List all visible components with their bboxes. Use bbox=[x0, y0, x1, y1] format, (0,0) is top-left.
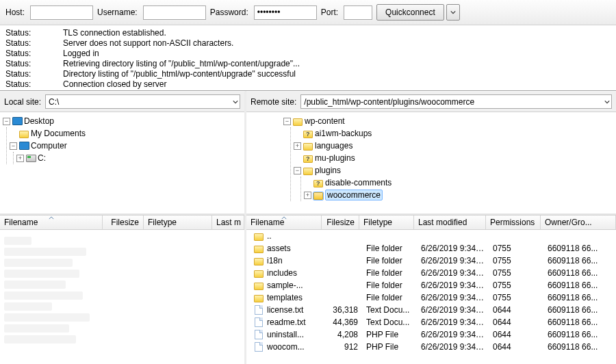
local-site-label: Local site: bbox=[4, 97, 41, 107]
col-lastmod[interactable]: Last m bbox=[212, 216, 244, 229]
password-label: Password: bbox=[210, 8, 248, 17]
log-msg: Logged in bbox=[63, 49, 99, 59]
file-modified: 6/26/2019 9:34:... bbox=[417, 342, 489, 352]
log-line: Status:Directory listing of "/public_htm… bbox=[5, 69, 611, 79]
quickconnect-bar: Host: Username: Password: Port: Quickcon… bbox=[0, 0, 616, 25]
tree-item[interactable]: My Documents bbox=[31, 129, 86, 138]
local-path: C:\ bbox=[49, 97, 59, 107]
expander[interactable]: + bbox=[304, 192, 311, 199]
col-owner[interactable]: Owner/Gro... bbox=[541, 216, 616, 229]
folder-icon bbox=[254, 246, 264, 253]
tree-item[interactable]: ai1wm-backups bbox=[315, 129, 372, 138]
log-msg: Server does not support non-ASCII charac… bbox=[63, 38, 233, 49]
quickconnect-history-button[interactable] bbox=[446, 4, 460, 21]
local-pane: Local site: C:\ −Desktop My Documents −C… bbox=[0, 91, 246, 364]
remote-file-header[interactable]: Filename Filesize Filetype Last modified… bbox=[246, 215, 616, 230]
local-tree[interactable]: −Desktop My Documents −Computer +C: bbox=[0, 112, 244, 215]
password-input[interactable] bbox=[254, 5, 317, 20]
file-name: templates bbox=[267, 293, 303, 302]
expander[interactable]: + bbox=[16, 155, 24, 162]
folder-icon bbox=[293, 118, 303, 126]
file-icon bbox=[255, 330, 263, 339]
drive-icon bbox=[26, 155, 36, 162]
file-type: Text Docu... bbox=[362, 305, 417, 315]
expander[interactable]: − bbox=[3, 118, 10, 125]
host-input[interactable] bbox=[30, 5, 93, 20]
file-type: File folder bbox=[362, 256, 417, 265]
log-line: Status:Connection closed by server bbox=[5, 79, 611, 90]
file-modified: 6/26/2019 9:34:... bbox=[417, 268, 489, 278]
file-name: uninstall... bbox=[267, 330, 304, 339]
file-row[interactable]: sample-...File folder6/26/2019 9:34:...0… bbox=[246, 279, 616, 291]
file-type: Text Docu... bbox=[362, 317, 417, 327]
chevron-down-icon bbox=[233, 99, 238, 105]
file-type: File folder bbox=[362, 268, 417, 278]
col-filetype[interactable]: Filetype bbox=[144, 216, 212, 229]
col-filesize[interactable]: Filesize bbox=[322, 216, 359, 229]
file-modified: 6/26/2019 9:34:... bbox=[417, 305, 489, 315]
tree-item[interactable]: languages bbox=[315, 141, 352, 151]
file-permissions: 0644 bbox=[489, 342, 543, 352]
remote-tree[interactable]: −wp-content ai1wm-backups +languages mu-… bbox=[246, 112, 616, 215]
file-owner: 6609118 66... bbox=[543, 268, 613, 278]
tree-item[interactable]: wp-content bbox=[305, 116, 345, 126]
username-input[interactable] bbox=[143, 5, 206, 20]
expander[interactable]: − bbox=[294, 167, 301, 174]
col-permissions[interactable]: Permissions bbox=[486, 216, 541, 229]
file-row[interactable]: uninstall...4,208PHP File6/26/2019 9:34:… bbox=[246, 328, 616, 341]
local-file-list[interactable] bbox=[0, 230, 244, 364]
col-lastmod[interactable]: Last modified bbox=[414, 216, 486, 229]
expander[interactable]: − bbox=[10, 142, 17, 150]
local-file-header[interactable]: Filename Filesize Filetype Last m bbox=[0, 215, 244, 230]
sort-asc-icon bbox=[49, 216, 54, 220]
col-filename[interactable]: Filename bbox=[246, 216, 322, 229]
tree-item[interactable]: plugins bbox=[315, 166, 341, 175]
file-row[interactable]: license.txt36,318Text Docu...6/26/2019 9… bbox=[246, 304, 616, 316]
tree-item[interactable]: C: bbox=[38, 153, 46, 163]
remote-path: /public_html/wp-content/plugins/woocomme… bbox=[304, 97, 474, 107]
local-path-combo[interactable]: C:\ bbox=[45, 94, 240, 109]
file-modified: 6/26/2019 9:34:... bbox=[417, 317, 489, 327]
file-icon bbox=[255, 317, 263, 327]
file-modified: 6/26/2019 9:34:... bbox=[417, 244, 489, 253]
chevron-down-icon bbox=[450, 10, 456, 15]
sort-asc-icon bbox=[281, 216, 287, 220]
file-owner: 6609118 66... bbox=[543, 293, 613, 302]
file-name: readme.txt bbox=[267, 317, 306, 327]
log-line: Status:Server does not support non-ASCII… bbox=[5, 38, 611, 49]
file-row[interactable]: woocom...912PHP File6/26/2019 9:34:...06… bbox=[246, 341, 616, 353]
remote-file-list[interactable]: .. assetsFile folder6/26/2019 9:34:...07… bbox=[246, 230, 616, 364]
message-log[interactable]: Status:TLS connection established.Status… bbox=[0, 25, 616, 91]
log-key: Status: bbox=[5, 49, 59, 59]
tree-item[interactable]: Computer bbox=[31, 141, 67, 151]
file-owner: 6609118 66... bbox=[543, 342, 613, 352]
remote-site-label: Remote site: bbox=[251, 97, 296, 107]
file-row[interactable]: templatesFile folder6/26/2019 9:34:...07… bbox=[246, 291, 616, 304]
log-msg: Connection closed by server bbox=[63, 79, 166, 90]
col-filename[interactable]: Filename bbox=[0, 216, 103, 229]
file-type: PHP File bbox=[362, 330, 417, 339]
file-icon bbox=[255, 342, 263, 352]
file-row[interactable]: i18nFile folder6/26/2019 9:34:...0755660… bbox=[246, 255, 616, 267]
file-row[interactable]: includesFile folder6/26/2019 9:34:...075… bbox=[246, 267, 616, 279]
remote-path-combo[interactable]: /public_html/wp-content/plugins/woocomme… bbox=[300, 94, 612, 109]
tree-item-selected[interactable]: woocommerce bbox=[325, 190, 383, 200]
tree-item[interactable]: Desktop bbox=[24, 116, 54, 126]
file-size: 44,369 bbox=[324, 317, 362, 327]
tree-item[interactable]: disable-comments bbox=[325, 178, 392, 187]
port-input[interactable] bbox=[344, 5, 372, 20]
file-permissions: 0755 bbox=[489, 256, 543, 265]
file-type: File folder bbox=[362, 281, 417, 290]
file-icon bbox=[255, 305, 263, 315]
col-filesize[interactable]: Filesize bbox=[103, 216, 144, 229]
file-row-updir[interactable]: .. bbox=[246, 230, 616, 242]
file-type: File folder bbox=[362, 293, 417, 302]
expander[interactable]: − bbox=[283, 118, 291, 125]
quickconnect-button[interactable]: Quickconnect bbox=[376, 4, 444, 21]
log-msg: TLS connection established. bbox=[63, 28, 166, 38]
tree-item[interactable]: mu-plugins bbox=[315, 153, 355, 163]
expander[interactable]: + bbox=[294, 142, 301, 150]
file-row[interactable]: assetsFile folder6/26/2019 9:34:...07556… bbox=[246, 242, 616, 255]
file-row[interactable]: readme.txt44,369Text Docu...6/26/2019 9:… bbox=[246, 316, 616, 328]
col-filetype[interactable]: Filetype bbox=[359, 216, 414, 229]
